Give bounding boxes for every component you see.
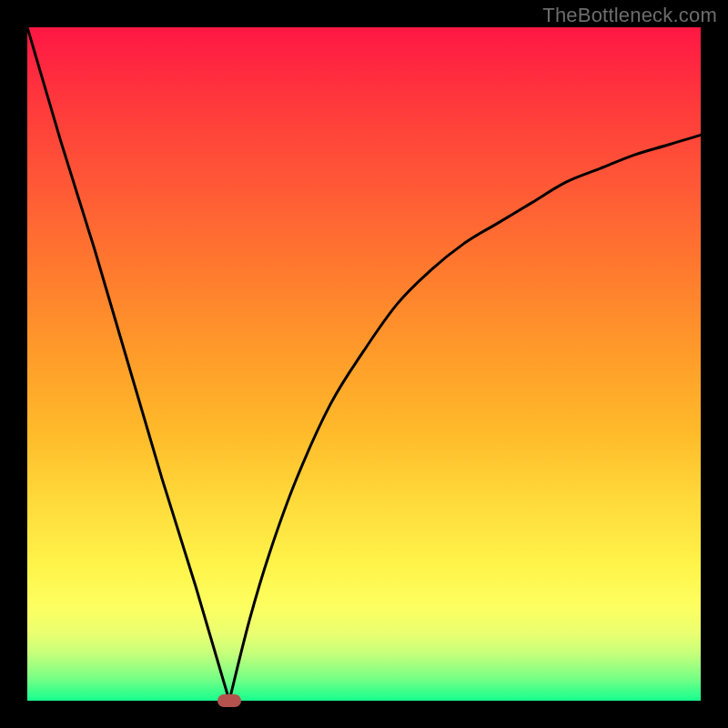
chart-frame: TheBottleneck.com [0,0,728,728]
watermark-text: TheBottleneck.com [542,4,717,27]
minimum-marker [217,694,241,707]
plot-area [27,27,701,701]
curve-path [27,27,701,701]
bottleneck-curve [27,27,701,701]
